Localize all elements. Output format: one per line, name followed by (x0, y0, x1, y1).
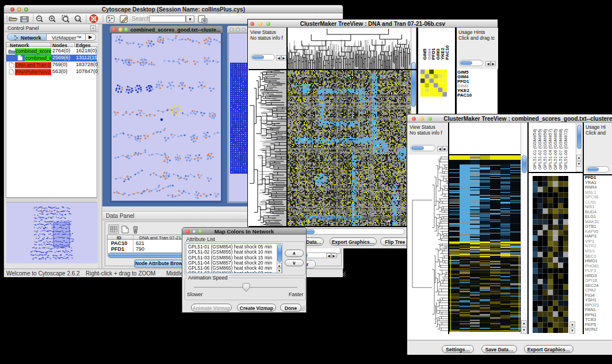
svg-text:1:1: 1:1 (75, 17, 80, 21)
